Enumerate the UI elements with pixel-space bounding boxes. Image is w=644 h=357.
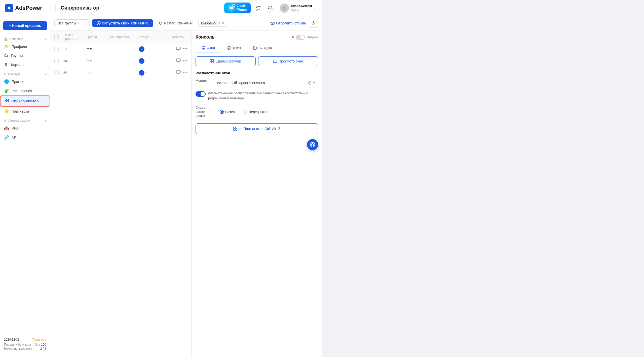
svg-rect-26 — [210, 61, 212, 63]
section-label-main: 🏠 Основные ▾ — [0, 34, 50, 42]
groups-icon: 🗂 — [4, 53, 9, 58]
monitor-select[interactable]: Встроенный экран(1280x800) i ▾ — [214, 79, 318, 87]
more-actions-icon-2[interactable] — [183, 58, 187, 64]
svg-point-12 — [186, 48, 186, 49]
logo-area: AdsPower — [5, 4, 50, 12]
sidebar-item-proxy[interactable]: 🌐 Прокси — [0, 77, 50, 86]
window-arrangement-label: Расположение окон — [196, 71, 318, 75]
row-1-checkbox[interactable] — [54, 47, 59, 51]
sync-status-icon-3: ✓ — [139, 70, 144, 76]
row-checkbox-1[interactable] — [54, 47, 63, 51]
svg-rect-4 — [7, 101, 9, 102]
toolbar-right: Отправить отзывы — [271, 19, 318, 28]
settings-button[interactable] — [309, 19, 318, 28]
restart-button[interactable]: Restart Ctrl+Alt+R — [156, 19, 196, 27]
console-header: Консоль Виджет — [196, 35, 318, 40]
monitor-icon-3[interactable] — [176, 70, 181, 76]
console-panel: Консоль Виджет Окна — [191, 30, 322, 357]
sidebar-item-partner[interactable]: ⭐ Партнерка — [0, 107, 50, 116]
sidebar-item-profiles[interactable]: 📁 Профили — [0, 42, 50, 51]
headset-icon — [310, 142, 315, 147]
svg-rect-35 — [236, 129, 237, 131]
svg-rect-24 — [210, 59, 212, 61]
group-select[interactable]: Все группы ▾ — [54, 19, 90, 27]
svg-rect-23 — [253, 47, 256, 49]
cloud-phone-text: Cloud Phone — [236, 4, 247, 12]
sync-history-button[interactable] — [254, 4, 263, 13]
feedback-icon — [271, 21, 275, 25]
row-1-actions — [168, 46, 187, 52]
home-icon: 🏠 — [4, 37, 8, 41]
table-row: 57 test ✓ - — [50, 43, 191, 55]
radio-grid[interactable]: Сетка — [220, 110, 235, 114]
sidebar-item-api[interactable]: 🔗 API — [0, 133, 50, 142]
sidebar-item-trash[interactable]: 🗑 Корзина — [0, 60, 50, 69]
clear-selection-button[interactable]: ✕ — [222, 21, 224, 25]
radio-grid-circle — [220, 110, 224, 114]
proxy-icon: 🌐 — [4, 79, 9, 84]
monitor-icon-2[interactable] — [176, 58, 181, 64]
info-icon: i — [308, 81, 312, 85]
row-2-group: test — [87, 59, 110, 63]
row-3-group: test — [87, 71, 110, 75]
svg-rect-2 — [7, 99, 9, 100]
sidebar-item-extensions[interactable]: 🧩 Расширения — [0, 86, 50, 95]
row-2-checkbox[interactable] — [54, 59, 59, 63]
tabs-tab-icon — [253, 46, 257, 50]
toolbar: Все группы ▾ Запустить синх. Ctrl+Alt+S … — [50, 16, 322, 30]
header-right: ☎ Cloud Phone — [224, 3, 317, 14]
more-actions-icon[interactable] — [183, 46, 187, 52]
tab-windows[interactable]: Окна — [196, 44, 221, 52]
run-sync-button[interactable]: Запустить синх. Ctrl+Alt+S — [92, 19, 153, 27]
windows-tab-icon — [202, 46, 205, 50]
widget-toggle-knob — [300, 35, 304, 39]
row-2-num: 54 — [63, 59, 87, 63]
console-title: Консоль — [196, 35, 215, 40]
group-select-chevron-icon: ▾ — [78, 21, 79, 25]
renew-link[interactable]: Продлить — [32, 338, 46, 341]
auto-layout-toggle[interactable] — [196, 91, 206, 97]
notifications-button[interactable] — [266, 4, 275, 13]
uniform-size-button[interactable]: Единый размер — [196, 56, 256, 66]
row-1-num: 57 — [63, 47, 87, 51]
sidebar: + Новый профиль 🏠 Основные ▾ 📁 Профили 🗂… — [0, 16, 50, 357]
view-window-button[interactable]: Просмотр окна — [258, 56, 318, 66]
user-info: adspowertest Супер... — [291, 4, 312, 12]
monitor-icon[interactable] — [176, 46, 181, 52]
svg-rect-13 — [176, 59, 180, 61]
page-title: Синхронизатор — [55, 5, 221, 11]
tab-tabs[interactable]: Вкладки — [247, 44, 278, 52]
monitor-row: Монито р Встроенный экран(1280x800) i ▾ — [196, 79, 318, 87]
tile-windows-button[interactable]: ⊞ Плитка окон Ctrl+Alt+Z — [196, 123, 318, 134]
cloud-phone-button[interactable]: ☎ Cloud Phone — [224, 3, 251, 13]
new-profile-button[interactable]: + Новый профиль — [3, 21, 47, 30]
more-actions-icon-3[interactable] — [183, 70, 187, 76]
section-arrow-finds: ▾ — [45, 73, 46, 76]
main-content: Все группы ▾ Запустить синх. Ctrl+Alt+S … — [50, 16, 322, 357]
rpa-icon: 🤖 — [4, 126, 9, 131]
user-menu[interactable]: adspowertest Супер... › — [278, 3, 317, 14]
finds-section-icon: ⊕ — [4, 72, 7, 76]
sidebar-item-groups[interactable]: 🗂 Группы — [0, 51, 50, 60]
table-row: 54 test ✓ - — [50, 55, 191, 67]
sidebar-item-sync[interactable]: Синхронизатор — [0, 95, 50, 107]
sidebar-item-rpa[interactable]: 🤖 RPA › — [0, 123, 50, 133]
widget-toggle-switch[interactable] — [296, 35, 305, 40]
help-button[interactable] — [307, 139, 318, 150]
col-actions-header: Действи... — [168, 35, 187, 39]
select-all-checkbox[interactable] — [54, 35, 59, 39]
app-logo-text: AdsPower — [15, 5, 42, 11]
uniform-size-icon — [210, 59, 214, 63]
folder-icon: 📁 — [4, 44, 9, 49]
row-3-checkbox[interactable] — [54, 71, 59, 75]
schema-label: Схема разме щения — [196, 106, 216, 118]
app-logo-icon — [5, 4, 13, 12]
svg-rect-1 — [5, 99, 7, 100]
radio-overlap[interactable]: Перекрытие — [243, 110, 268, 114]
tab-text[interactable]: Текст — [221, 44, 247, 52]
app-header: AdsPower Синхронизатор ☎ Cloud Phone — [0, 0, 322, 16]
col-status-header: Статус — [139, 35, 168, 39]
send-feedback-button[interactable]: Отправить отзывы — [271, 21, 307, 25]
restart-icon — [159, 21, 163, 25]
row-3-actions — [168, 70, 187, 76]
